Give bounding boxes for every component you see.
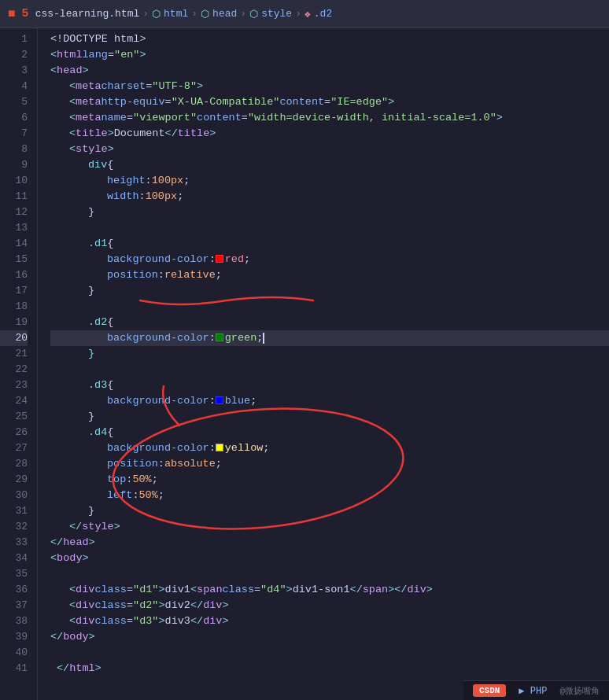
ln-41: 41 (0, 661, 28, 676)
ln-7: 7 (0, 126, 28, 142)
ln-18: 18 (0, 299, 28, 315)
ln-23: 23 (0, 378, 28, 393)
code-line-4: <meta charset="UTF-8"> (50, 79, 609, 94)
code-line-7: <title>Document</title> (50, 126, 609, 142)
ln-25: 25 (0, 409, 28, 425)
ln-5: 5 (0, 94, 28, 110)
ln-4: 4 (0, 79, 28, 94)
code-line-2: <html lang="en"> (50, 47, 609, 63)
code-line-17: } (50, 283, 609, 299)
html5-badge: 5 (22, 7, 29, 20)
code-line-24: background-color: blue; (50, 393, 609, 409)
code-line-30: left:50%; (50, 488, 609, 503)
code-line-18 (50, 299, 609, 315)
bc-html: ⬡ html (152, 8, 188, 20)
ln-35: 35 (0, 566, 28, 582)
editor: 1 2 3 4 5 6 7 8 9 10 11 12 13 14 15 16 1… (0, 28, 609, 700)
code-line-9: div { (50, 157, 609, 173)
code-line-41: </html> (50, 661, 609, 676)
code-line-12: } (50, 204, 609, 220)
ln-38: 38 (0, 613, 28, 629)
ln-21: 21 (0, 346, 28, 362)
ln-8: 8 (0, 142, 28, 157)
php-label: ▶ PHP (519, 685, 547, 697)
code-line-39: </body> (50, 629, 609, 645)
code-line-31: } (50, 503, 609, 519)
ln-17: 17 (0, 283, 28, 299)
ln-2: 2 (0, 47, 28, 63)
code-line-25: } (50, 409, 609, 425)
ln-22: 22 (0, 362, 28, 378)
ln-29: 29 (0, 472, 28, 488)
code-line-34: <body> (50, 551, 609, 566)
code-line-40 (50, 645, 609, 661)
bc-head: ⬡ head (201, 8, 237, 20)
ln-10: 10 (0, 173, 28, 189)
ln-14: 14 (0, 236, 28, 252)
ln-39: 39 (0, 629, 28, 645)
ln-28: 28 (0, 456, 28, 472)
csdn-badge: CSDN (473, 684, 506, 697)
code-line-10: height: 100px; (50, 173, 609, 189)
bc-d2: ❖ .d2 (304, 8, 332, 20)
ln-40: 40 (0, 645, 28, 661)
ln-34: 34 (0, 551, 28, 566)
code-line-28: position:absolute; (50, 456, 609, 472)
code-line-15: background-color: red; (50, 252, 609, 267)
code-line-20: background-color: green; (50, 330, 609, 346)
bottom-bar: CSDN ▶ PHP @微扬嘴角 (463, 680, 609, 700)
ln-12: 12 (0, 204, 28, 220)
ln-37: 37 (0, 598, 28, 613)
bc-style: ⬡ style (249, 8, 292, 20)
code-line-19: .d2 { (50, 315, 609, 330)
watermark-text: @微扬嘴角 (559, 685, 600, 697)
code-area[interactable]: <!DOCTYPE html> <html lang="en"> <head> … (38, 28, 609, 700)
ln-31: 31 (0, 503, 28, 519)
ln-24: 24 (0, 393, 28, 409)
ln-27: 27 (0, 440, 28, 456)
bc-sep-4: › (295, 8, 301, 20)
code-line-21: } (50, 346, 609, 362)
ln-36: 36 (0, 582, 28, 598)
breadcrumb-bar: ■ 5 css-learning.html › ⬡ html › ⬡ head … (0, 0, 609, 28)
code-line-23: .d3 { (50, 378, 609, 393)
code-line-13 (50, 220, 609, 236)
code-line-8: <style> (50, 142, 609, 157)
code-line-36: <div class="d1">div1<span class="d4">div… (50, 582, 609, 598)
html5-icon: ■ (8, 7, 16, 21)
code-line-11: width: 100px; (50, 189, 609, 204)
ln-33: 33 (0, 535, 28, 551)
code-line-37: <div class="d2">div2</div> (50, 598, 609, 613)
ln-9: 9 (0, 157, 28, 173)
ln-32: 32 (0, 519, 28, 535)
code-line-32: </style> (50, 519, 609, 535)
line-numbers: 1 2 3 4 5 6 7 8 9 10 11 12 13 14 15 16 1… (0, 28, 38, 700)
code-line-26: .d4{ (50, 425, 609, 440)
ln-15: 15 (0, 252, 28, 267)
ln-16: 16 (0, 267, 28, 283)
ln-20: 20 (0, 330, 28, 346)
code-line-29: top:50%; (50, 472, 609, 488)
code-line-33: </head> (50, 535, 609, 551)
ln-3: 3 (0, 63, 28, 79)
code-line-22 (50, 362, 609, 378)
ln-1: 1 (0, 31, 28, 47)
bc-sep-1: › (142, 8, 149, 20)
ln-30: 30 (0, 488, 28, 503)
bc-filename: css-learning.html (35, 8, 140, 20)
ln-19: 19 (0, 315, 28, 330)
code-line-38: <div class="d3">div3</div> (50, 613, 609, 629)
bc-sep-3: › (240, 8, 246, 20)
code-line-1: <!DOCTYPE html> (50, 31, 609, 47)
code-line-6: <meta name="viewport" content="width=dev… (50, 110, 609, 126)
code-line-5: <meta http-equiv="X-UA-Compatible" conte… (50, 94, 609, 110)
code-line-27: background-color:yellow; (50, 440, 609, 456)
code-line-14: .d1 { (50, 236, 609, 252)
ln-26: 26 (0, 425, 28, 440)
ln-6: 6 (0, 110, 28, 126)
bc-sep-2: › (191, 8, 197, 20)
code-line-16: position:relative; (50, 267, 609, 283)
ln-13: 13 (0, 220, 28, 236)
code-line-35 (50, 566, 609, 582)
ln-11: 11 (0, 189, 28, 204)
